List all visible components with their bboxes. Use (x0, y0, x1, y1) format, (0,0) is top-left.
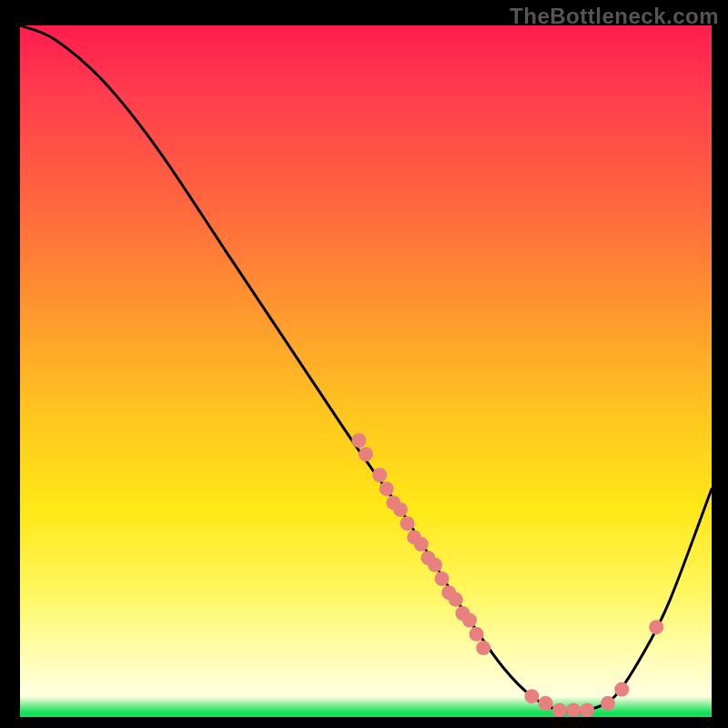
scatter-point (435, 571, 450, 586)
scatter-point (393, 502, 408, 517)
chart-stage: TheBottleneck.com (0, 0, 728, 728)
scatter-point (351, 433, 366, 448)
scatter-point (441, 585, 456, 600)
scatter-point (455, 606, 470, 621)
scatter-point (539, 696, 553, 711)
scatter-points (351, 433, 663, 717)
scatter-point (580, 703, 594, 717)
scatter-point (614, 682, 629, 697)
scatter-point (379, 481, 394, 496)
scatter-point (566, 703, 581, 717)
scatter-point (462, 613, 477, 628)
scatter-point (449, 592, 463, 607)
scatter-point (420, 551, 435, 565)
scatter-point (601, 696, 615, 711)
bottleneck-curve (20, 25, 712, 712)
scatter-point (386, 495, 400, 510)
scatter-point (552, 703, 567, 717)
scatter-point (476, 641, 490, 655)
scatter-point (524, 689, 539, 703)
watermark-text: TheBottleneck.com (510, 4, 719, 29)
plot-area (20, 25, 712, 717)
scatter-point (372, 468, 387, 482)
curve-layer (20, 25, 712, 717)
scatter-point (428, 558, 442, 572)
scatter-point (414, 537, 429, 551)
scatter-point (400, 516, 415, 531)
scatter-point (359, 447, 373, 461)
scatter-point (407, 530, 421, 544)
scatter-point (470, 627, 484, 642)
scatter-point (649, 620, 663, 634)
